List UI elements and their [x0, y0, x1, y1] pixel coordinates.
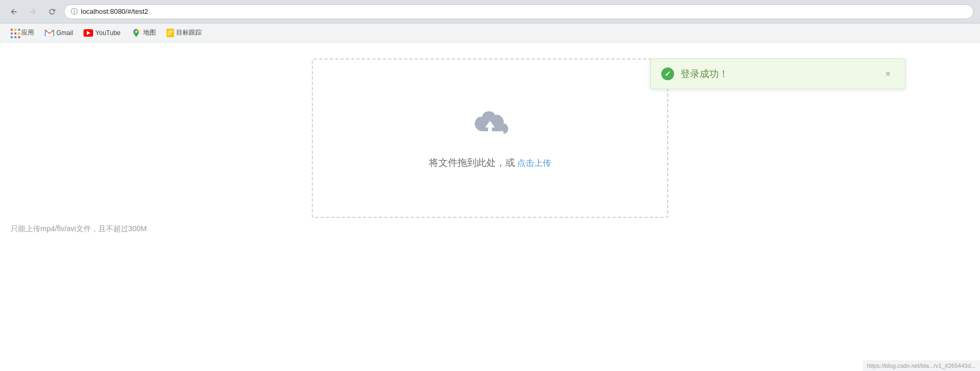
forward-button[interactable]	[26, 4, 40, 19]
notes-label: 目标跟踪	[176, 28, 202, 37]
svg-point-0	[135, 30, 137, 32]
status-bar: https://blog.csdn.net/bla.../v1_#265443d…	[863, 360, 980, 371]
bookmark-youtube[interactable]: YouTube	[79, 27, 124, 39]
address-bar[interactable]: ⓘ localhost:8080/#/test2	[64, 4, 974, 19]
bookmark-gmail[interactable]: Gmail	[40, 27, 77, 39]
drag-text: 将文件拖到此处，或	[429, 157, 515, 168]
back-button[interactable]	[6, 4, 21, 19]
click-upload-link[interactable]: 点击上传	[517, 158, 551, 167]
status-url: https://blog.csdn.net/bla.../v1_#265443d…	[867, 362, 976, 369]
page-content: 将文件拖到此处，或 点击上传 只能上传mp4/flv/avi文件，且不超过300…	[0, 43, 980, 371]
notes-icon	[167, 29, 174, 37]
upload-icon-wrapper	[466, 107, 514, 146]
youtube-icon	[84, 29, 93, 37]
upload-text-container: 将文件拖到此处，或 点击上传	[429, 156, 551, 169]
svg-rect-4	[168, 34, 171, 35]
bookmark-notes[interactable]: 目标跟踪	[162, 26, 206, 39]
svg-rect-2	[168, 31, 173, 32]
upload-hint: 只能上传mp4/flv/avi文件，且不超过300M	[11, 224, 147, 234]
upload-area[interactable]: 将文件拖到此处，或 点击上传	[312, 58, 668, 218]
reload-button[interactable]	[45, 4, 60, 19]
success-check-icon	[661, 68, 674, 80]
apps-label: 应用	[21, 28, 34, 37]
bookmark-apps[interactable]: 应用	[6, 26, 38, 39]
youtube-label: YouTube	[95, 29, 120, 37]
success-message: 登录成功！	[680, 68, 875, 80]
toast-close-button[interactable]: ×	[882, 68, 894, 80]
browser-chrome: ⓘ localhost:8080/#/test2	[0, 0, 980, 23]
gmail-icon	[45, 29, 54, 37]
success-toast: 登录成功！ ×	[650, 58, 906, 89]
cloud-upload-icon	[466, 107, 514, 146]
apps-grid-icon	[11, 29, 19, 37]
bookmarks-bar: 应用 Gmail YouTube 地图	[0, 23, 980, 43]
maps-label: 地图	[143, 28, 156, 37]
maps-icon	[131, 28, 141, 38]
svg-rect-3	[168, 32, 172, 33]
gmail-label: Gmail	[56, 29, 73, 37]
bookmark-maps[interactable]: 地图	[127, 26, 160, 40]
url-text: localhost:8080/#/test2	[81, 7, 148, 15]
info-icon: ⓘ	[71, 7, 78, 16]
